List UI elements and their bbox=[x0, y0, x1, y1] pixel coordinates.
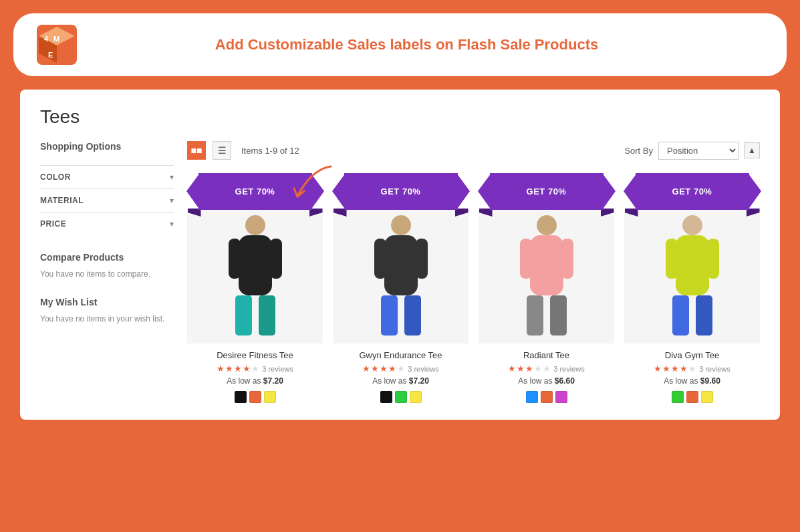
compare-products-section: Compare Products You have no items to co… bbox=[40, 252, 174, 280]
banner-ribbon-3: GET 70% bbox=[490, 173, 604, 210]
swatch-2-1[interactable] bbox=[380, 391, 392, 403]
chevron-down-icon: ▾ bbox=[170, 172, 174, 182]
products-grid: GET 70% bbox=[187, 170, 760, 403]
color-swatches-1 bbox=[187, 391, 323, 403]
sort-select[interactable]: Position Name Price bbox=[658, 142, 739, 160]
banner-wrapper-2: GET 70% bbox=[333, 170, 469, 213]
swatch-4-3[interactable] bbox=[701, 391, 713, 403]
wish-list-text: You have no items in your wish list. bbox=[40, 313, 174, 325]
banner-wrapper-3: GET 70% bbox=[479, 170, 614, 213]
svg-rect-11 bbox=[229, 239, 241, 279]
sort-by-label: Sort By bbox=[624, 146, 653, 156]
swatch-3-2[interactable] bbox=[541, 391, 553, 403]
banner-text-1: GET 70% bbox=[235, 186, 275, 196]
product-card-2: GET 70% bbox=[333, 170, 469, 403]
svg-point-19 bbox=[537, 215, 557, 235]
filter-price-label: PRICE bbox=[40, 219, 66, 229]
product-image-1 bbox=[187, 210, 323, 344]
filter-color[interactable]: COLOR ▾ bbox=[40, 165, 174, 188]
product-image-4 bbox=[624, 210, 760, 344]
svg-rect-26 bbox=[676, 235, 709, 295]
swatch-3-3[interactable] bbox=[555, 391, 567, 403]
wish-list-section: My Wish List You have no items in your w… bbox=[40, 297, 174, 325]
filter-color-label: COLOR bbox=[40, 172, 71, 182]
product-price-1: As low as $7.20 bbox=[187, 376, 323, 386]
filter-material[interactable]: MATERIAL ▾ bbox=[40, 188, 174, 212]
banner-ribbon-4: GET 70% bbox=[636, 173, 749, 210]
swatch-4-1[interactable] bbox=[672, 391, 684, 403]
logo: 4 M E bbox=[33, 21, 80, 68]
product-price-2: As low as $7.20 bbox=[333, 376, 469, 386]
product-name-1: Desiree Fitness Tee bbox=[187, 350, 323, 360]
svg-rect-29 bbox=[666, 239, 678, 279]
swatch-1-1[interactable] bbox=[235, 391, 247, 403]
product-card-4: GET 70% bbox=[624, 170, 760, 403]
stars-2: ★ ★ ★ ★ ★ bbox=[362, 364, 405, 374]
svg-rect-9 bbox=[235, 295, 252, 336]
swatch-2-3[interactable] bbox=[410, 391, 422, 403]
svg-rect-21 bbox=[527, 295, 543, 336]
svg-rect-24 bbox=[561, 239, 573, 279]
main-content: ■■ ☰ Items 1-9 of 12 Sort By Position Na… bbox=[187, 141, 760, 403]
svg-rect-14 bbox=[384, 235, 418, 295]
items-count: Items 1-9 of 12 bbox=[241, 146, 299, 156]
review-count-4: 3 reviews bbox=[699, 365, 730, 373]
svg-rect-22 bbox=[550, 295, 567, 336]
swatch-3-1[interactable] bbox=[526, 391, 538, 403]
ribbon-container-4: GET 70% bbox=[636, 173, 749, 210]
svg-rect-16 bbox=[404, 295, 421, 336]
content-layout: Shopping Options COLOR ▾ MATERIAL ▾ PRIC… bbox=[40, 141, 760, 403]
swatch-1-3[interactable] bbox=[264, 391, 276, 403]
list-view-button[interactable]: ☰ bbox=[213, 141, 231, 160]
compare-products-title: Compare Products bbox=[40, 252, 174, 263]
grid-view-button[interactable]: ■■ bbox=[187, 141, 206, 160]
wish-list-title: My Wish List bbox=[40, 297, 174, 307]
shopping-options-title: Shopping Options bbox=[40, 141, 174, 157]
swatch-1-2[interactable] bbox=[249, 391, 261, 403]
header-bar: 4 M E Add Customizable Sales labels on F… bbox=[13, 13, 787, 76]
product-price-3: As low as $6.60 bbox=[479, 376, 614, 386]
banner-text-3: GET 70% bbox=[527, 186, 567, 196]
review-count-2: 3 reviews bbox=[408, 365, 438, 373]
review-count-1: 3 reviews bbox=[262, 365, 293, 373]
product-price-4: As low as $9.60 bbox=[624, 376, 760, 386]
svg-point-13 bbox=[391, 215, 411, 235]
product-rating-3: ★ ★ ★ ★ ★ 3 reviews bbox=[479, 364, 614, 374]
product-name-3: Radiant Tee bbox=[479, 350, 614, 360]
stars-3: ★ ★ ★ ★ ★ bbox=[508, 364, 551, 374]
filter-material-label: MATERIAL bbox=[40, 196, 84, 205]
ribbon-container-3: GET 70% bbox=[490, 173, 604, 210]
svg-point-25 bbox=[682, 215, 702, 235]
sidebar: Shopping Options COLOR ▾ MATERIAL ▾ PRIC… bbox=[40, 141, 174, 403]
stars-1: ★ ★ ★ ★ ★ bbox=[217, 364, 259, 374]
svg-rect-20 bbox=[530, 235, 563, 295]
compare-products-text: You have no items to compare. bbox=[40, 268, 174, 280]
header-title: Add Customizable Sales labels on Flash S… bbox=[94, 36, 767, 53]
filter-price[interactable]: PRICE ▾ bbox=[40, 212, 174, 235]
product-card-1: GET 70% bbox=[187, 170, 323, 403]
svg-text:M: M bbox=[53, 35, 59, 43]
svg-rect-28 bbox=[696, 295, 712, 336]
swatch-2-2[interactable] bbox=[395, 391, 407, 403]
svg-point-7 bbox=[245, 215, 265, 235]
product-card-3: GET 70% bbox=[479, 170, 614, 403]
svg-rect-18 bbox=[416, 239, 428, 279]
product-name-2: Gwyn Endurance Tee bbox=[333, 350, 469, 360]
svg-rect-27 bbox=[672, 295, 689, 336]
stars-4: ★ ★ ★ ★ ★ bbox=[654, 364, 696, 374]
banner-ribbon-2: GET 70% bbox=[344, 173, 458, 210]
banner-text-2: GET 70% bbox=[381, 186, 421, 196]
review-count-3: 3 reviews bbox=[553, 365, 584, 373]
product-image-2 bbox=[333, 210, 469, 344]
banner-ribbon-1: GET 70% bbox=[198, 173, 312, 210]
figure-3-svg bbox=[517, 212, 577, 342]
sort-direction-button[interactable]: ▲ bbox=[744, 142, 760, 158]
figure-1-svg bbox=[225, 212, 285, 342]
ribbon-container-1: GET 70% bbox=[198, 173, 312, 210]
svg-text:4: 4 bbox=[44, 35, 49, 43]
figure-2-svg bbox=[371, 212, 431, 342]
ribbon-container-2: GET 70% bbox=[344, 173, 458, 210]
svg-rect-15 bbox=[381, 295, 398, 336]
swatch-4-2[interactable] bbox=[686, 391, 698, 403]
banner-text-4: GET 70% bbox=[672, 186, 712, 196]
